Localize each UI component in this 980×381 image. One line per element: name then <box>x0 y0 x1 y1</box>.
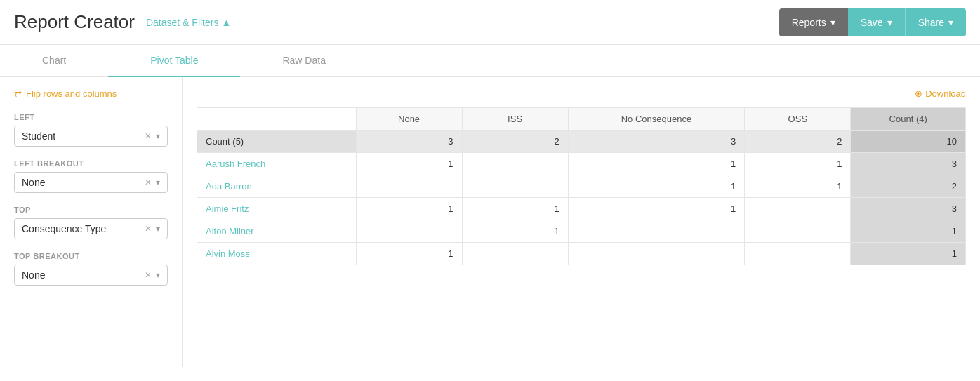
col-header-iss: ISS <box>462 108 568 131</box>
student-name-link[interactable]: Alton Milner <box>197 220 357 243</box>
value-cell: 1 <box>356 243 462 265</box>
top-clear-icon[interactable]: ✕ <box>145 224 152 234</box>
top-select[interactable]: Consequence Type ✕ ▾ <box>14 218 168 239</box>
left-label: LEFT <box>14 113 168 121</box>
download-icon: ⊕ <box>915 88 922 99</box>
value-cell <box>568 243 745 265</box>
left-breakout-field-group: LEFT BREAKOUT None ✕ ▾ <box>14 159 168 193</box>
table-row: Alton Milner11 <box>197 220 966 243</box>
student-name-link[interactable]: Ada Barron <box>197 175 357 198</box>
col-header-no-consequence: No Consequence <box>568 108 745 131</box>
value-cell: 1 <box>356 198 462 220</box>
col-header-oss: OSS <box>745 108 851 131</box>
value-cell <box>462 175 568 198</box>
chevron-down-icon: ▾ <box>887 17 892 28</box>
left-field-group: LEFT Student ✕ ▾ <box>14 113 168 147</box>
left-clear-icon[interactable]: ✕ <box>145 131 152 141</box>
top-select-value: Consequence Type <box>22 223 145 234</box>
col-header-none: None <box>356 108 462 131</box>
value-cell: 1 <box>745 153 851 175</box>
left-breakout-label: LEFT BREAKOUT <box>14 159 168 168</box>
left-select-value: Student <box>22 131 145 142</box>
header-actions: Reports ▾ Save ▾ Share ▾ <box>779 8 966 36</box>
pivot-content: ⊕ Download None ISS No Consequence OSS C… <box>183 77 980 367</box>
top-breakout-label: TOP BREAKOUT <box>14 252 168 260</box>
value-cell: 2 <box>462 131 568 153</box>
value-cell: 3 <box>356 131 462 153</box>
count-total-cell: 3 <box>851 198 966 220</box>
count-total-cell: 2 <box>851 175 966 198</box>
tab-chart[interactable]: Chart <box>0 45 108 77</box>
dataset-filters-label: Dataset & Filters <box>146 17 218 28</box>
download-link[interactable]: ⊕ Download <box>915 88 966 99</box>
pivot-table: None ISS No Consequence OSS Count (4) Co… <box>197 107 966 265</box>
chevron-down-icon: ▾ <box>948 17 953 28</box>
left-breakout-dropdown-icon: ▾ <box>156 178 160 187</box>
value-cell: 1 <box>462 198 568 220</box>
col-header-count: Count (4) <box>851 108 966 131</box>
top-dropdown-icon: ▾ <box>156 224 160 234</box>
value-cell <box>462 153 568 175</box>
summary-row-label: Count (5) <box>197 131 357 153</box>
top-breakout-value: None <box>22 269 145 281</box>
flip-icon: ⇄ <box>14 88 22 99</box>
top-breakout-select[interactable]: None ✕ ▾ <box>14 265 168 286</box>
table-row: Ada Barron112 <box>197 175 966 198</box>
value-cell: 1 <box>568 153 745 175</box>
value-cell <box>568 220 745 243</box>
top-breakout-clear-icon[interactable]: ✕ <box>145 270 152 280</box>
content-header: ⊕ Download <box>197 88 966 99</box>
reports-button[interactable]: Reports ▾ <box>779 8 848 36</box>
left-breakout-clear-icon[interactable]: ✕ <box>145 178 152 187</box>
value-cell <box>356 220 462 243</box>
flip-rows-columns-link[interactable]: ⇄ Flip rows and columns <box>14 88 168 99</box>
share-button[interactable]: Share ▾ <box>905 8 966 36</box>
app-header: Report Creator Dataset & Filters ▲ Repor… <box>0 0 980 45</box>
left-select[interactable]: Student ✕ ▾ <box>14 126 168 147</box>
chevron-up-icon: ▲ <box>221 17 231 28</box>
top-label: TOP <box>14 206 168 214</box>
value-cell: 1 <box>568 198 745 220</box>
save-button[interactable]: Save ▾ <box>848 8 905 36</box>
count-total-cell: 1 <box>851 243 966 265</box>
count-total-cell: 3 <box>851 153 966 175</box>
count-total-cell: 10 <box>851 131 966 153</box>
student-name-link[interactable]: Alvin Moss <box>197 243 357 265</box>
main-content: ⇄ Flip rows and columns LEFT Student ✕ ▾… <box>0 77 980 367</box>
top-breakout-dropdown-icon: ▾ <box>156 270 160 280</box>
dataset-filters-link[interactable]: Dataset & Filters ▲ <box>146 17 231 28</box>
count-total-cell: 1 <box>851 220 966 243</box>
value-cell: 1 <box>568 175 745 198</box>
tabs-bar: Chart Pivot Table Raw Data <box>0 45 980 77</box>
top-breakout-field-group: TOP BREAKOUT None ✕ ▾ <box>14 252 168 286</box>
col-header-empty <box>197 108 357 131</box>
student-name-link[interactable]: Aimie Fritz <box>197 198 357 220</box>
table-row: Aimie Fritz1113 <box>197 198 966 220</box>
value-cell: 1 <box>356 153 462 175</box>
value-cell: 1 <box>745 175 851 198</box>
left-breakout-select[interactable]: None ✕ ▾ <box>14 172 168 193</box>
value-cell <box>745 198 851 220</box>
chevron-down-icon: ▾ <box>830 17 835 28</box>
table-header-row: None ISS No Consequence OSS Count (4) <box>197 108 966 131</box>
top-field-group: TOP Consequence Type ✕ ▾ <box>14 206 168 239</box>
table-row: Aarush French1113 <box>197 153 966 175</box>
value-cell: 2 <box>745 131 851 153</box>
value-cell <box>745 220 851 243</box>
left-breakout-value: None <box>22 177 145 188</box>
page-title: Report Creator <box>14 11 135 33</box>
table-row: Alvin Moss11 <box>197 243 966 265</box>
student-name-link[interactable]: Aarush French <box>197 153 357 175</box>
tab-raw-data[interactable]: Raw Data <box>240 45 367 77</box>
value-cell <box>356 175 462 198</box>
value-cell <box>462 243 568 265</box>
left-dropdown-icon: ▾ <box>156 131 160 141</box>
value-cell: 3 <box>568 131 745 153</box>
sidebar: ⇄ Flip rows and columns LEFT Student ✕ ▾… <box>0 77 183 367</box>
value-cell: 1 <box>462 220 568 243</box>
table-row: Count (5)323210 <box>197 131 966 153</box>
value-cell <box>745 243 851 265</box>
tab-pivot-table[interactable]: Pivot Table <box>108 45 240 77</box>
